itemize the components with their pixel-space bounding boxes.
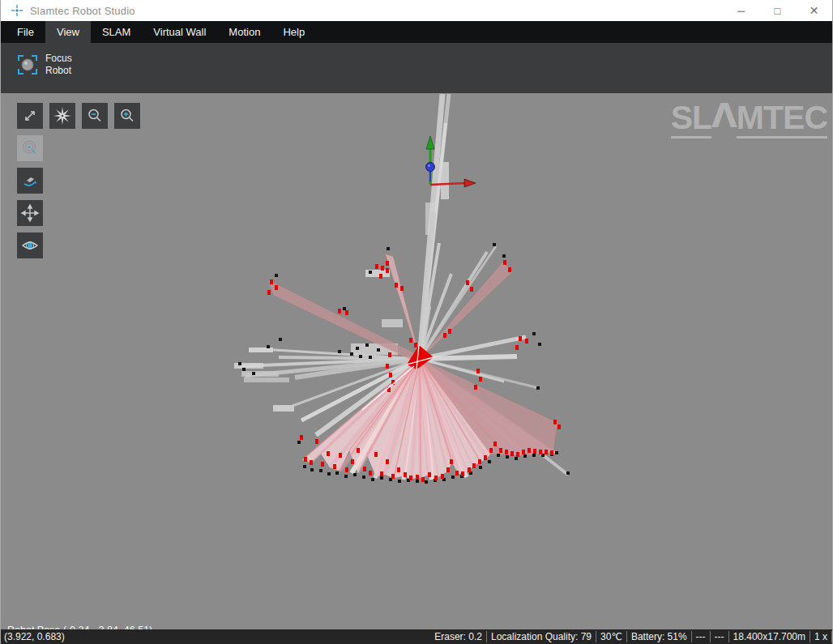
menu-motion[interactable]: Motion (217, 21, 271, 43)
status-extra-2: --- (711, 631, 729, 642)
status-zoom-level: 1 x (810, 631, 832, 642)
view-3d-button[interactable] (17, 168, 43, 194)
eye-icon (20, 236, 40, 255)
visibility-button[interactable] (17, 232, 43, 258)
status-extra-1: --- (692, 631, 711, 642)
pan-arrows-icon (20, 203, 40, 223)
menu-slam[interactable]: SLAM (91, 21, 142, 43)
compass-button[interactable] (49, 103, 75, 129)
title-bar: Slamtec Robot Studio ─ □ ✕ (1, 0, 832, 21)
zoom-in-button[interactable] (114, 103, 140, 129)
focus-robot-label-line1: Focus (45, 53, 72, 65)
app-window: Slamtec Robot Studio ─ □ ✕ File View SLA… (0, 0, 833, 644)
minimize-button[interactable]: ─ (723, 0, 759, 21)
maximize-button[interactable]: □ (759, 0, 796, 21)
status-battery: Battery: 51% (627, 631, 692, 642)
robot-info-overlay: Robot Pose (-0.24, -3.84, 46.51) SLAMWAR… (7, 596, 221, 629)
menu-file[interactable]: File (6, 21, 45, 43)
zoom-out-button[interactable] (82, 103, 108, 129)
status-temperature: 30℃ (596, 631, 627, 642)
ribbon-toolbar: Focus Robot (1, 43, 832, 93)
menu-help[interactable]: Help (271, 21, 316, 43)
expand-arrows-icon (21, 107, 39, 125)
lidar-scan-view (1, 93, 832, 629)
zoom-out-icon (86, 107, 104, 125)
fit-view-button[interactable] (17, 103, 43, 129)
status-map-size: 18.400x17.700m (729, 631, 810, 642)
menu-view[interactable]: View (45, 21, 91, 43)
menu-virtual-wall[interactable]: Virtual Wall (142, 21, 217, 43)
status-localization-quality: Localization Quality: 79 (487, 631, 596, 642)
menu-bar: File View SLAM Virtual Wall Motion Help (1, 21, 832, 43)
status-bar: (3.922, 0.683) Eraser: 0.2 Localization … (1, 629, 832, 644)
map-canvas[interactable]: SLΛMTEC Robot Pose (-0.24, -3.84, 46.51)… (1, 93, 832, 629)
rotate-3d-icon (20, 171, 40, 190)
focus-robot-label-line2: Robot (45, 65, 72, 77)
zoom-select-icon (21, 139, 39, 157)
window-title: Slamtec Robot Studio (30, 5, 135, 17)
zoom-select-button[interactable] (17, 135, 43, 161)
robot-pose-text: Robot Pose (-0.24, -3.84, 46.51) (7, 624, 221, 629)
status-eraser: Eraser: 0.2 (430, 631, 487, 642)
pan-button[interactable] (17, 200, 43, 226)
slamtec-watermark: SLΛMTEC (671, 100, 827, 135)
focus-robot-icon (17, 54, 38, 75)
cursor-coordinates: (3.922, 0.683) (1, 631, 65, 642)
zoom-in-icon (118, 107, 136, 125)
close-button[interactable]: ✕ (796, 0, 832, 21)
compass-star-icon (53, 106, 72, 126)
app-icon (11, 4, 23, 17)
focus-robot-button[interactable]: Focus Robot (12, 49, 79, 80)
